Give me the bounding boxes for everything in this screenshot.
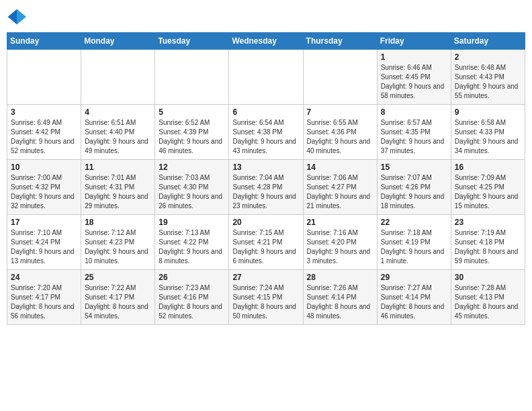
day-number: 23 <box>455 218 521 227</box>
calendar-cell: 8Sunrise: 6:57 AM Sunset: 4:35 PM Daylig… <box>377 105 451 160</box>
calendar-cell: 18Sunrise: 7:12 AM Sunset: 4:23 PM Dayli… <box>81 215 155 270</box>
day-number: 21 <box>307 218 373 227</box>
calendar-cell: 17Sunrise: 7:10 AM Sunset: 4:24 PM Dayli… <box>7 215 81 270</box>
calendar-cell: 19Sunrise: 7:13 AM Sunset: 4:22 PM Dayli… <box>155 215 229 270</box>
day-number: 9 <box>455 107 521 117</box>
calendar-cell: 10Sunrise: 7:00 AM Sunset: 4:32 PM Dayli… <box>7 160 81 215</box>
calendar-cell <box>7 50 81 105</box>
cell-info: Sunrise: 6:55 AM Sunset: 4:36 PM Dayligh… <box>307 118 373 156</box>
day-number: 10 <box>11 163 77 172</box>
cell-info: Sunrise: 7:03 AM Sunset: 4:30 PM Dayligh… <box>159 173 225 211</box>
calendar-cell: 7Sunrise: 6:55 AM Sunset: 4:36 PM Daylig… <box>303 105 377 160</box>
calendar-cell: 15Sunrise: 7:07 AM Sunset: 4:26 PM Dayli… <box>377 160 451 215</box>
day-number: 6 <box>232 107 299 117</box>
calendar-cell: 14Sunrise: 7:06 AM Sunset: 4:27 PM Dayli… <box>303 160 377 215</box>
header-sunday: Sunday <box>7 33 81 50</box>
calendar-cell: 27Sunrise: 7:24 AM Sunset: 4:15 PM Dayli… <box>229 270 303 325</box>
day-number: 19 <box>159 218 225 227</box>
cell-info: Sunrise: 7:00 AM Sunset: 4:32 PM Dayligh… <box>11 173 77 211</box>
calendar-cell: 3Sunrise: 6:49 AM Sunset: 4:42 PM Daylig… <box>7 105 81 160</box>
calendar-cell: 12Sunrise: 7:03 AM Sunset: 4:30 PM Dayli… <box>155 160 229 215</box>
cell-info: Sunrise: 7:09 AM Sunset: 4:25 PM Dayligh… <box>455 173 521 211</box>
cell-info: Sunrise: 7:10 AM Sunset: 4:24 PM Dayligh… <box>11 228 77 266</box>
cell-info: Sunrise: 7:26 AM Sunset: 4:14 PM Dayligh… <box>307 283 373 321</box>
header-saturday: Saturday <box>451 33 525 50</box>
day-number: 26 <box>159 273 225 282</box>
calendar-cell: 28Sunrise: 7:26 AM Sunset: 4:14 PM Dayli… <box>303 270 377 325</box>
cell-info: Sunrise: 7:28 AM Sunset: 4:13 PM Dayligh… <box>455 283 521 321</box>
day-number: 22 <box>381 218 447 227</box>
day-number: 24 <box>11 273 77 282</box>
calendar-cell: 23Sunrise: 7:19 AM Sunset: 4:18 PM Dayli… <box>451 215 525 270</box>
day-number: 13 <box>232 163 299 172</box>
calendar-cell: 22Sunrise: 7:18 AM Sunset: 4:19 PM Dayli… <box>377 215 451 270</box>
calendar-cell: 2Sunrise: 6:48 AM Sunset: 4:43 PM Daylig… <box>451 50 525 105</box>
svg-marker-1 <box>17 9 26 25</box>
cell-info: Sunrise: 7:04 AM Sunset: 4:28 PM Dayligh… <box>232 173 299 211</box>
cell-info: Sunrise: 6:57 AM Sunset: 4:35 PM Dayligh… <box>381 118 447 156</box>
day-number: 28 <box>307 273 373 282</box>
cell-info: Sunrise: 7:27 AM Sunset: 4:14 PM Dayligh… <box>381 283 447 321</box>
calendar-cell <box>229 50 303 105</box>
calendar-cell: 16Sunrise: 7:09 AM Sunset: 4:25 PM Dayli… <box>451 160 525 215</box>
header-wednesday: Wednesday <box>229 33 303 50</box>
cell-info: Sunrise: 7:15 AM Sunset: 4:21 PM Dayligh… <box>232 228 299 266</box>
calendar-cell: 29Sunrise: 7:27 AM Sunset: 4:14 PM Dayli… <box>377 270 451 325</box>
calendar-cell <box>155 50 229 105</box>
cell-info: Sunrise: 7:22 AM Sunset: 4:17 PM Dayligh… <box>85 283 151 321</box>
day-number: 5 <box>159 107 225 117</box>
cell-info: Sunrise: 6:49 AM Sunset: 4:42 PM Dayligh… <box>11 118 77 156</box>
day-number: 7 <box>307 107 373 117</box>
cell-info: Sunrise: 6:51 AM Sunset: 4:40 PM Dayligh… <box>85 118 151 156</box>
cell-info: Sunrise: 7:19 AM Sunset: 4:18 PM Dayligh… <box>455 228 521 266</box>
day-number: 18 <box>85 218 151 227</box>
day-number: 30 <box>455 273 521 282</box>
day-number: 29 <box>381 273 447 282</box>
logo <box>7 7 30 27</box>
day-number: 2 <box>455 52 521 62</box>
day-number: 16 <box>455 163 521 172</box>
calendar-cell: 26Sunrise: 7:23 AM Sunset: 4:16 PM Dayli… <box>155 270 229 325</box>
cell-info: Sunrise: 6:54 AM Sunset: 4:38 PM Dayligh… <box>232 118 299 156</box>
calendar-cell: 24Sunrise: 7:20 AM Sunset: 4:17 PM Dayli… <box>7 270 81 325</box>
calendar-header: SundayMondayTuesdayWednesdayThursdayFrid… <box>7 33 525 50</box>
calendar-cell: 25Sunrise: 7:22 AM Sunset: 4:17 PM Dayli… <box>81 270 155 325</box>
cell-info: Sunrise: 6:52 AM Sunset: 4:39 PM Dayligh… <box>159 118 225 156</box>
cell-info: Sunrise: 6:48 AM Sunset: 4:43 PM Dayligh… <box>455 63 521 101</box>
calendar-cell: 1Sunrise: 6:46 AM Sunset: 4:45 PM Daylig… <box>377 50 451 105</box>
cell-info: Sunrise: 7:24 AM Sunset: 4:15 PM Dayligh… <box>232 283 299 321</box>
cell-info: Sunrise: 7:18 AM Sunset: 4:19 PM Dayligh… <box>381 228 447 266</box>
calendar-cell: 6Sunrise: 6:54 AM Sunset: 4:38 PM Daylig… <box>229 105 303 160</box>
day-number: 25 <box>85 273 151 282</box>
calendar-cell: 20Sunrise: 7:15 AM Sunset: 4:21 PM Dayli… <box>229 215 303 270</box>
day-number: 14 <box>307 163 373 172</box>
calendar-cell: 21Sunrise: 7:16 AM Sunset: 4:20 PM Dayli… <box>303 215 377 270</box>
header-monday: Monday <box>81 33 155 50</box>
header-friday: Friday <box>377 33 451 50</box>
header-thursday: Thursday <box>303 33 377 50</box>
day-number: 1 <box>381 52 447 62</box>
cell-info: Sunrise: 7:16 AM Sunset: 4:20 PM Dayligh… <box>307 228 373 266</box>
page-header <box>7 7 525 27</box>
cell-info: Sunrise: 7:12 AM Sunset: 4:23 PM Dayligh… <box>85 228 151 266</box>
day-number: 17 <box>11 218 77 227</box>
cell-info: Sunrise: 6:46 AM Sunset: 4:45 PM Dayligh… <box>381 63 447 101</box>
cell-info: Sunrise: 7:13 AM Sunset: 4:22 PM Dayligh… <box>159 228 225 266</box>
cell-info: Sunrise: 7:07 AM Sunset: 4:26 PM Dayligh… <box>381 173 447 211</box>
calendar-cell: 13Sunrise: 7:04 AM Sunset: 4:28 PM Dayli… <box>229 160 303 215</box>
header-tuesday: Tuesday <box>155 33 229 50</box>
calendar-cell: 9Sunrise: 6:58 AM Sunset: 4:33 PM Daylig… <box>451 105 525 160</box>
calendar-cell: 5Sunrise: 6:52 AM Sunset: 4:39 PM Daylig… <box>155 105 229 160</box>
day-number: 20 <box>232 218 299 227</box>
day-number: 11 <box>85 163 151 172</box>
calendar-table: SundayMondayTuesdayWednesdayThursdayFrid… <box>7 32 525 325</box>
cell-info: Sunrise: 6:58 AM Sunset: 4:33 PM Dayligh… <box>455 118 521 156</box>
day-number: 12 <box>159 163 225 172</box>
calendar-cell <box>81 50 155 105</box>
calendar-cell: 4Sunrise: 6:51 AM Sunset: 4:40 PM Daylig… <box>81 105 155 160</box>
logo-icon <box>7 7 27 27</box>
day-number: 4 <box>85 107 151 117</box>
day-number: 27 <box>232 273 299 282</box>
day-number: 15 <box>381 163 447 172</box>
calendar-cell: 30Sunrise: 7:28 AM Sunset: 4:13 PM Dayli… <box>451 270 525 325</box>
